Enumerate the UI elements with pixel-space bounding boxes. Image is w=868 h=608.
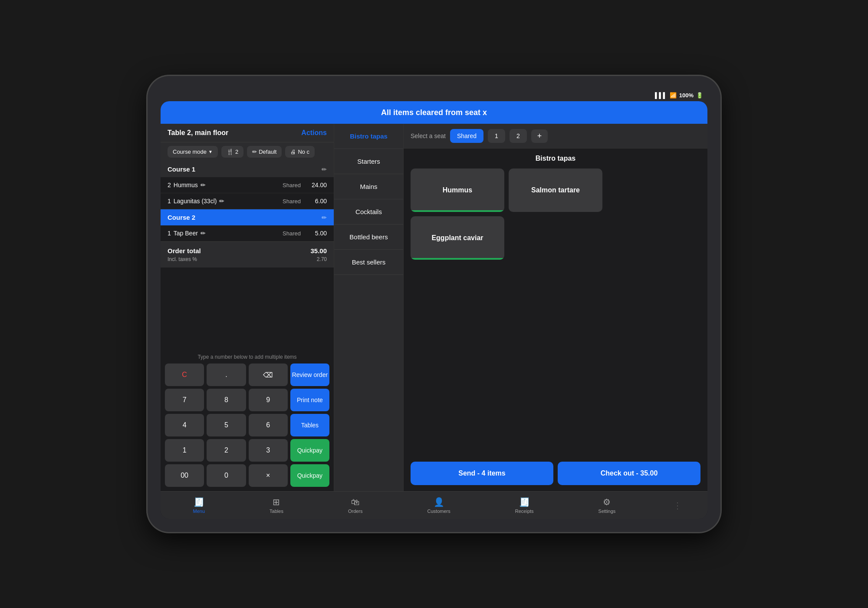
numpad-hint: Type a number below to add multiple item…: [165, 354, 329, 360]
item-edit-icon[interactable]: ✏: [201, 182, 206, 188]
item-name: Lagunitas (33cl): [174, 198, 217, 205]
order-title: Table 2, main floor: [168, 129, 228, 137]
numpad-backspace-button[interactable]: ⌫: [249, 363, 288, 386]
nav-customers[interactable]: 👤 Customers: [421, 493, 457, 517]
print-note-button[interactable]: Print note: [290, 389, 329, 411]
course1-edit-icon[interactable]: ✏: [322, 166, 327, 173]
order-items: Course 1 ✏ 2 Hummus ✏ Shared 24.00: [161, 161, 334, 350]
numpad-1-button[interactable]: 1: [165, 439, 204, 462]
seat-select-label: Select a seat: [411, 132, 446, 139]
numpad-clear-button[interactable]: C: [165, 363, 204, 386]
menu-item-salmon-label: Salmon tartare: [524, 179, 587, 201]
fork-icon: 🍴: [227, 149, 233, 155]
seat-add-button[interactable]: +: [531, 129, 548, 143]
item-seat: Shared: [283, 182, 301, 188]
nav-more-icon[interactable]: ⋮: [673, 500, 682, 511]
item-seat: Shared: [283, 198, 301, 205]
send-items-button[interactable]: Send - 4 items: [411, 462, 553, 485]
tables-button[interactable]: Tables: [290, 414, 329, 436]
numpad-4-button[interactable]: 4: [165, 414, 204, 436]
menu-item-hummus-label: Hummus: [436, 179, 479, 201]
nav-menu-label: Menu: [193, 509, 205, 514]
numpad-6-button[interactable]: 6: [249, 414, 288, 436]
table-row: 2 Hummus ✏ Shared 24.00: [161, 177, 334, 193]
numpad-9-button[interactable]: 9: [249, 389, 288, 411]
numpad-3-button[interactable]: 3: [249, 439, 288, 462]
orders-nav-icon: 🛍: [351, 497, 360, 507]
quickpay-button-1[interactable]: Quickpay: [290, 439, 329, 462]
battery-icon: 🔋: [696, 92, 703, 99]
menu-item-eggplant-label: Eggplant caviar: [424, 227, 490, 249]
default-button[interactable]: ✏ Default: [247, 146, 282, 158]
menu-items-grid: Hummus Salmon tartare Eggplant caviar: [404, 169, 707, 260]
seat-selector: Select a seat Shared 1 2 +: [404, 124, 707, 149]
receipts-nav-icon: 🧾: [519, 497, 530, 507]
numpad-x-button[interactable]: ×: [249, 464, 288, 487]
menu-item-eggplant[interactable]: Eggplant caviar: [411, 216, 504, 260]
nav-settings-label: Settings: [598, 509, 616, 514]
course2-edit-icon[interactable]: ✏: [322, 214, 327, 221]
review-order-button[interactable]: Review order: [290, 363, 329, 386]
tablet-screen: All items cleared from seat x Table 2, m…: [161, 101, 707, 519]
category-best-sellers[interactable]: Best sellers: [334, 250, 403, 275]
menu-panel: Select a seat Shared 1 2 + Bistro tapas …: [404, 124, 707, 491]
quickpay-button-2[interactable]: Quickpay: [290, 464, 329, 487]
nav-orders[interactable]: 🛍 Orders: [341, 494, 370, 517]
tables-nav-icon: ⊞: [273, 497, 280, 507]
numpad-grid: C . ⌫ Review order 7 8 9 Print note 4 5 …: [165, 363, 329, 487]
item-edit-icon[interactable]: ✏: [201, 230, 206, 237]
main-area: Table 2, main floor Actions Course mode …: [161, 124, 707, 491]
total-amount: 35.00: [310, 247, 327, 254]
seat-2-button[interactable]: 2: [510, 129, 527, 143]
course-mode-button[interactable]: Course mode ▼: [168, 146, 218, 158]
numpad-2-button[interactable]: 2: [207, 439, 246, 462]
numpad-0-button[interactable]: 0: [207, 464, 246, 487]
category-bistro-tapas[interactable]: Bistro tapas: [334, 124, 403, 149]
battery-label: 100%: [679, 92, 694, 99]
menu-item-empty: [607, 169, 700, 212]
table-row: 1 Lagunitas (33cl) ✏ Shared 6.00: [161, 193, 334, 209]
item-name: Hummus: [174, 182, 198, 188]
green-bar-hummus: [411, 210, 504, 212]
pencil-icon: ✏: [252, 149, 257, 155]
checkout-button[interactable]: Check out - 35.00: [558, 462, 700, 485]
category-starters[interactable]: Starters: [334, 149, 403, 174]
no-c-button[interactable]: 🖨 No c: [285, 146, 315, 158]
item-price: 5.00: [309, 230, 327, 237]
settings-nav-icon: ⚙: [603, 497, 611, 507]
category-cocktails[interactable]: Cocktails: [334, 199, 403, 225]
wifi-icon: 📶: [670, 92, 677, 99]
actions-button[interactable]: Actions: [301, 129, 327, 137]
order-controls: Course mode ▼ 🍴 2 ✏ Default 🖨 No c: [161, 142, 334, 161]
course1-label: Course 1: [168, 165, 195, 173]
seat-shared-button[interactable]: Shared: [450, 129, 483, 143]
menu-item-hummus[interactable]: Hummus: [411, 169, 504, 212]
nav-menu[interactable]: 🧾 Menu: [186, 493, 212, 517]
menu-nav-icon: 🧾: [194, 497, 204, 507]
bottom-actions: Send - 4 items Check out - 35.00: [404, 456, 707, 491]
numpad-7-button[interactable]: 7: [165, 389, 204, 411]
numpad-5-button[interactable]: 5: [207, 414, 246, 436]
category-bottled-beers[interactable]: Bottled beers: [334, 225, 403, 250]
category-mains[interactable]: Mains: [334, 174, 403, 199]
seat-1-button[interactable]: 1: [488, 129, 505, 143]
nav-settings[interactable]: ⚙ Settings: [592, 493, 623, 517]
category-panel: Bistro tapas Starters Mains Cocktails Bo…: [334, 124, 404, 491]
course1-header: Course 1 ✏: [161, 161, 334, 177]
nav-receipts[interactable]: 🧾 Receipts: [508, 493, 541, 517]
item-price: 24.00: [309, 182, 327, 188]
order-panel: Table 2, main floor Actions Course mode …: [161, 124, 334, 491]
covers-button[interactable]: 🍴 2: [221, 146, 243, 158]
course2-label: Course 2: [168, 214, 195, 221]
top-bar-title: All items cleared from seat x: [381, 108, 487, 117]
status-bar: ▌▌▌ 📶 100% 🔋: [161, 89, 707, 101]
menu-item-salmon[interactable]: Salmon tartare: [509, 169, 602, 212]
item-seat: Shared: [283, 230, 301, 237]
numpad-dot-button[interactable]: .: [207, 363, 246, 386]
item-name: Tap Beer: [174, 230, 198, 237]
numpad-8-button[interactable]: 8: [207, 389, 246, 411]
numpad-00-button[interactable]: 00: [165, 464, 204, 487]
item-edit-icon[interactable]: ✏: [219, 198, 224, 205]
nav-tables[interactable]: ⊞ Tables: [263, 493, 290, 517]
total-label: Order total: [168, 247, 201, 254]
